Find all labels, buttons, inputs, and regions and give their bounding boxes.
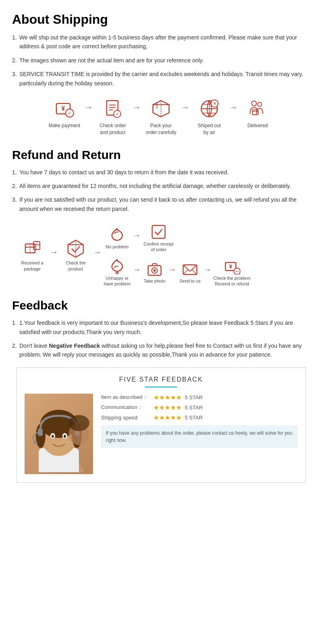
return-branch-top: No problem → Confirm receiptof order bbox=[103, 223, 250, 253]
return-step-received: Received apackage bbox=[16, 238, 48, 272]
feedback-rating-described: 5 STAR bbox=[185, 394, 203, 400]
return-label-photo: Take photo bbox=[144, 279, 165, 283]
flow-arrow-3: → bbox=[181, 98, 189, 112]
flow-label-pack: Pack yourorder carefully bbox=[146, 122, 176, 136]
return-label-check: Check theproduct bbox=[66, 260, 86, 272]
feedback-rating-communication: 5 STAR bbox=[185, 405, 203, 411]
return-step-no-problem: No problem bbox=[103, 227, 131, 249]
return-arrow-1: → bbox=[48, 248, 60, 262]
feedback-ratings: Item as described： ★★★★★ 5 STAR Communic… bbox=[101, 394, 297, 448]
feedback-row-communication: Communication： ★★★★★ 5 STAR bbox=[101, 404, 297, 411]
feedback-stars-shipping: ★★★★★ bbox=[153, 414, 182, 421]
feedback-label-described: Item as described： bbox=[101, 394, 153, 401]
feedback-box: FIVE STAR FEEDBACK bbox=[16, 367, 306, 483]
return-step-check: Check theproduct bbox=[60, 238, 92, 272]
svg-line-41 bbox=[183, 270, 188, 275]
svg-point-61 bbox=[68, 415, 89, 431]
refund-section: Refund and Return 1. You have 7 days to … bbox=[12, 148, 310, 287]
svg-text:¥: ¥ bbox=[229, 263, 232, 270]
flow-step-ship: ✕ Shiped outby air bbox=[189, 98, 229, 136]
feedback-note: If you have any problems about the order… bbox=[101, 425, 297, 448]
feedback-rating-shipping: 5 STAR bbox=[185, 415, 203, 421]
svg-text:✓: ✓ bbox=[68, 110, 72, 116]
svg-text:✓: ✓ bbox=[116, 111, 119, 116]
feedback-title: Feedback bbox=[12, 299, 310, 312]
feedback-stars-communication: ★★★★★ bbox=[153, 404, 182, 411]
feedback-box-title: FIVE STAR FEEDBACK bbox=[25, 376, 297, 383]
svg-text:¥: ¥ bbox=[62, 105, 65, 112]
svg-rect-34 bbox=[152, 225, 165, 238]
shipping-point-3: 3. SERVICE TRANSIT TIME is provided by t… bbox=[12, 70, 310, 88]
flow-arrow-1: → bbox=[85, 98, 93, 112]
return-label-confirm: Confirm receiptof order bbox=[144, 241, 174, 253]
shipping-flow: ¥ ✓ Make payment → ✓ Check ordera bbox=[12, 98, 310, 136]
return-step-check-problem: ¥ ↩ Check the problemResend or refund bbox=[213, 258, 250, 287]
shipping-point-2: 2. The images shown are not the actual i… bbox=[12, 56, 310, 65]
flow-step-pack: Pack yourorder carefully bbox=[141, 98, 181, 136]
flow-arrow-4: → bbox=[229, 98, 237, 112]
svg-text:✕: ✕ bbox=[213, 101, 216, 106]
feedback-label-communication: Communication： bbox=[101, 404, 153, 411]
refund-point-3: 3. If you are not satisfied with our pro… bbox=[12, 195, 310, 213]
shipping-section: About Shipping 1. We will ship out the p… bbox=[12, 12, 310, 136]
svg-point-56 bbox=[64, 435, 66, 438]
svg-point-22 bbox=[258, 102, 262, 106]
shipping-point-1: 1. We will ship out the package within 1… bbox=[12, 33, 310, 51]
feedback-section: Feedback 1. 1.Your feedback is very impo… bbox=[12, 299, 310, 483]
return-arrow-2: → bbox=[92, 248, 103, 262]
svg-point-59 bbox=[33, 442, 37, 444]
return-step-confirm: Confirm receiptof order bbox=[142, 223, 175, 253]
refund-point-2: 2. All items are guaranteed for 12 month… bbox=[12, 182, 310, 190]
flow-label-check-order: Check orderand product bbox=[99, 122, 126, 136]
svg-line-42 bbox=[192, 270, 197, 275]
feedback-row-shipping: Shipping speed: ★★★★★ 5 STAR bbox=[101, 414, 297, 421]
flow-label-ship: Shiped outby air bbox=[198, 122, 221, 136]
flow-step-delivered: Delivered bbox=[237, 98, 278, 129]
return-branch-bottom: Unhappy orhave problem → Take photo → bbox=[103, 258, 250, 287]
flow-step-check-order: ✓ Check orderand product bbox=[93, 98, 133, 136]
flow-arrow-2: → bbox=[133, 98, 141, 112]
feedback-point-2: 2. Don't leave Negative Feedback without… bbox=[12, 341, 310, 359]
feedback-content: FIVE STAR FEEDBACK bbox=[25, 376, 297, 474]
return-label-check-problem: Check the problemResend or refund bbox=[213, 275, 250, 287]
return-step-photo: Take photo bbox=[142, 261, 167, 283]
return-label-no-problem: No problem bbox=[106, 244, 129, 249]
svg-point-39 bbox=[153, 269, 156, 272]
feedback-person-image bbox=[25, 394, 93, 474]
flow-label-payment: Make payment bbox=[49, 122, 80, 129]
return-label-received: Received apackage bbox=[21, 260, 43, 272]
feedback-label-shipping: Shipping speed: bbox=[101, 415, 153, 421]
return-step-send: Send to us bbox=[178, 261, 202, 283]
refund-title: Refund and Return bbox=[12, 148, 310, 162]
flow-label-delivered: Delivered bbox=[248, 122, 268, 129]
feedback-underline bbox=[145, 386, 177, 388]
svg-text:↩: ↩ bbox=[235, 269, 239, 274]
svg-point-55 bbox=[52, 435, 54, 438]
return-branch: No problem → Confirm receiptof order bbox=[103, 223, 250, 287]
svg-rect-57 bbox=[38, 429, 43, 436]
return-label-send: Send to us bbox=[180, 279, 201, 283]
feedback-row-described: Item as described： ★★★★★ 5 STAR bbox=[101, 394, 297, 401]
return-step-unhappy: Unhappy orhave problem bbox=[103, 258, 131, 287]
refund-point-1: 1. You have 7 days to contact us and 30 … bbox=[12, 168, 310, 177]
feedback-stars-described: ★★★★★ bbox=[153, 394, 182, 401]
return-flow: Received apackage → Check theproduct → bbox=[16, 223, 306, 287]
return-label-unhappy: Unhappy orhave problem bbox=[104, 275, 131, 287]
feedback-point-1: 1. 1.Your feedback is very important to … bbox=[12, 318, 310, 336]
feedback-inner: Item as described： ★★★★★ 5 STAR Communic… bbox=[25, 394, 297, 474]
flow-step-payment: ¥ ✓ Make payment bbox=[44, 98, 85, 129]
shipping-title: About Shipping bbox=[12, 12, 310, 27]
svg-point-21 bbox=[252, 101, 256, 106]
